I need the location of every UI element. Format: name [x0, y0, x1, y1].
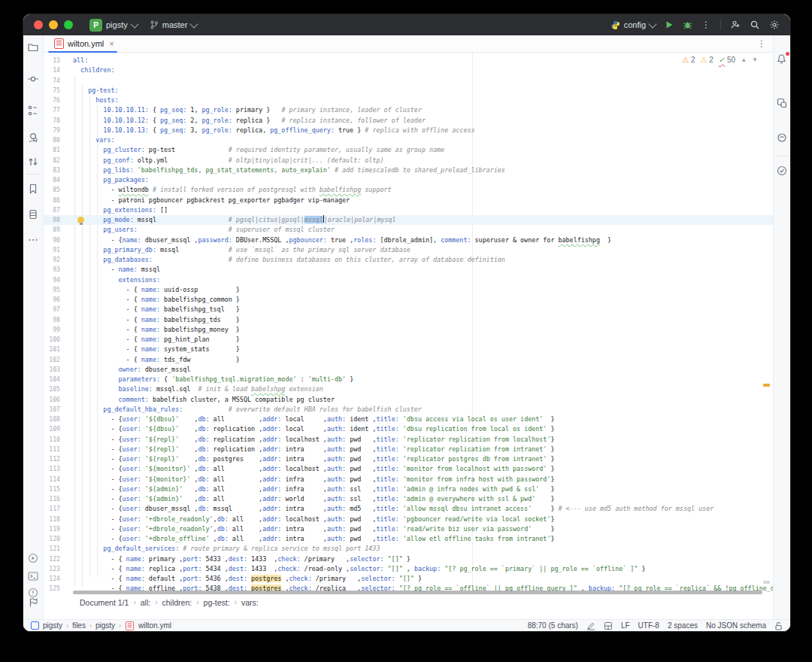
bookmarks-tool-icon[interactable] — [27, 183, 39, 195]
debug-button[interactable] — [683, 20, 692, 30]
line-number[interactable]: 121 — [44, 544, 60, 554]
line-number[interactable]: 75 — [44, 86, 60, 96]
code-line-95[interactable]: 95 - { name: uuid-ossp } — [44, 285, 773, 295]
run-button[interactable] — [665, 20, 674, 29]
close-tab-icon[interactable]: × — [109, 39, 114, 48]
code-line-103[interactable]: 103 owner: dbuser_mssql — [44, 365, 773, 375]
more-tools-icon[interactable] — [27, 234, 39, 246]
breadcrumb-children[interactable]: children: — [162, 598, 192, 607]
code-line-74[interactable]: 74 — [44, 76, 773, 86]
code-line-116[interactable]: 116 - {user: '${admin}' ,db: all ,addr: … — [44, 494, 773, 504]
code-line-120[interactable]: 120 - {user: '+dbrole_offline' ,db: all … — [44, 534, 773, 544]
line-number[interactable]: 108 — [44, 415, 60, 424]
code-line-14[interactable]: 14 children: — [44, 65, 773, 75]
commit-tool-icon[interactable] — [27, 73, 39, 85]
caret-position[interactable]: 88:70 (5 chars) — [528, 621, 578, 630]
line-number[interactable]: 96 — [44, 295, 60, 305]
line-number[interactable]: 91 — [44, 245, 60, 255]
tab-wilton-yml[interactable]: wilton.yml × — [44, 35, 122, 52]
code-line-119[interactable]: 119 - {user: '+dbrole_readonly',db: all … — [44, 524, 773, 534]
code-line-93[interactable]: 93 - name: mssql — [44, 265, 773, 275]
line-number[interactable]: 97 — [44, 305, 60, 314]
line-number[interactable]: 94 — [44, 275, 60, 285]
code-line-76[interactable]: 76 hosts: — [44, 96, 773, 105]
code-line-122[interactable]: 122 - { name: primary ,port: 5433 ,dest:… — [44, 554, 773, 564]
project-tool-icon[interactable] — [27, 41, 39, 53]
code-line-102[interactable]: 102 - { name: tds_fdw } — [44, 355, 773, 365]
line-number[interactable]: 118 — [44, 515, 60, 524]
next-problem-icon[interactable]: ▼ — [752, 56, 758, 63]
layout-grid-icon[interactable] — [604, 621, 613, 630]
code-line-89[interactable]: 89 pg_users: # superuser of mssql cluste… — [44, 225, 773, 235]
code-line-90[interactable]: 90 - {name: dbuser_mssql ,password: DBUs… — [44, 235, 773, 245]
unlock-icon[interactable] — [774, 621, 783, 630]
line-number[interactable]: 93 — [44, 265, 60, 275]
line-number[interactable]: 113 — [44, 464, 60, 474]
line-number[interactable]: 101 — [44, 345, 60, 354]
line-number[interactable]: 78 — [44, 116, 60, 126]
line-number[interactable]: 105 — [44, 384, 60, 394]
tab-options-icon[interactable]: ⋮ — [757, 38, 767, 49]
previous-problem-icon[interactable]: ▲ — [741, 56, 747, 63]
database-tool-icon[interactable] — [27, 208, 39, 220]
code-line-105[interactable]: 105 baseline: mssql.sql # init & load ba… — [44, 384, 773, 394]
code-line-109[interactable]: 109 - {user: '${dbsu}' ,db: replication … — [44, 424, 773, 434]
error-stripe-mark[interactable] — [763, 581, 770, 584]
line-number[interactable]: 123 — [44, 564, 60, 574]
terminal-tool-icon[interactable] — [27, 570, 39, 582]
line-number[interactable]: 85 — [44, 185, 60, 195]
line-number[interactable]: 119 — [44, 524, 60, 534]
pencil-icon[interactable] — [586, 621, 595, 630]
line-number[interactable]: 124 — [44, 574, 60, 584]
run-configuration[interactable]: config — [611, 20, 656, 30]
code-line-113[interactable]: 113 - {user: '${monitor}' ,db: all ,addr… — [44, 464, 773, 474]
minimize-window-button[interactable] — [49, 20, 58, 29]
breadcrumb-all[interactable]: all: — [141, 598, 150, 607]
code-line-114[interactable]: 114 - {user: '${monitor}' ,db: all ,addr… — [44, 475, 773, 484]
line-number[interactable]: 76 — [44, 96, 60, 105]
branch-widget[interactable]: master — [150, 20, 198, 29]
line-number[interactable]: 13 — [44, 56, 60, 65]
line-number[interactable]: 74 — [44, 76, 60, 86]
status-path-file[interactable]: wilton.yml — [138, 621, 171, 630]
code-line-82[interactable]: 82 pg_conf: oltp.yml # oltp|tiny|olap|cr… — [44, 156, 773, 166]
code-line-110[interactable]: 110 - {user: '${repl}' ,db: replication … — [44, 435, 773, 445]
vcs-update-tool-icon[interactable] — [27, 156, 39, 168]
line-number[interactable]: 80 — [44, 135, 60, 145]
line-number[interactable]: 98 — [44, 315, 60, 325]
error-stripe-warning-mark[interactable] — [763, 384, 770, 387]
line-number[interactable]: 88 — [44, 215, 60, 225]
code-line-77[interactable]: 77 10.10.10.11: { pg_seq: 1, pg_role: pr… — [44, 105, 773, 115]
code-line-75[interactable]: 75 pg-test: — [44, 86, 773, 96]
code-line-84[interactable]: 84 pg_packages: — [44, 175, 773, 185]
notifications-bell-icon[interactable] — [776, 53, 788, 65]
line-number[interactable]: 122 — [44, 554, 60, 564]
line-number[interactable]: 103 — [44, 365, 60, 375]
structure-tool-icon[interactable] — [27, 105, 39, 117]
indent-selector[interactable]: 2 spaces — [668, 621, 698, 630]
line-number[interactable]: 92 — [44, 255, 60, 265]
project-widget[interactable]: P pigsty — [89, 19, 138, 32]
line-number[interactable]: 117 — [44, 504, 60, 514]
code-editor[interactable]: 13all:14 children:7475 pg-test:76 hosts:… — [44, 53, 773, 596]
line-number[interactable]: 84 — [44, 175, 60, 185]
code-line-118[interactable]: 118 - {user: '+dbrole_readonly',db: all … — [44, 515, 773, 524]
line-number[interactable]: 112 — [44, 454, 60, 464]
code-line-78[interactable]: 78 10.10.10.12: { pg_seq: 2, pg_role: re… — [44, 116, 773, 126]
horizontal-scrollbar[interactable] — [73, 591, 762, 594]
code-line-96[interactable]: 96 - { name: babelfishpg_common } — [44, 295, 773, 305]
encoding-selector[interactable]: UTF-8 — [638, 621, 659, 630]
todo-flag-icon[interactable] — [28, 597, 38, 608]
line-number[interactable]: 125 — [44, 584, 60, 594]
breadcrumb-document[interactable]: Document 1/1 — [80, 598, 129, 607]
code-line-117[interactable]: 117 - {user: dbuser_mssql ,db: mssql ,ad… — [44, 504, 773, 514]
line-number[interactable]: 115 — [44, 484, 60, 494]
more-actions-icon[interactable]: ⋮ — [701, 20, 711, 30]
line-number[interactable]: 86 — [44, 196, 60, 205]
line-number[interactable]: 116 — [44, 494, 60, 504]
code-line-98[interactable]: 98 - { name: babelfishpg_tds } — [44, 315, 773, 325]
code-line-94[interactable]: 94 extensions: — [44, 275, 773, 285]
line-number[interactable]: 77 — [44, 105, 60, 115]
line-number[interactable]: 89 — [44, 225, 60, 235]
code-line-86[interactable]: 86 - patroni pgbouncer pgbackrest pg_exp… — [44, 196, 773, 205]
